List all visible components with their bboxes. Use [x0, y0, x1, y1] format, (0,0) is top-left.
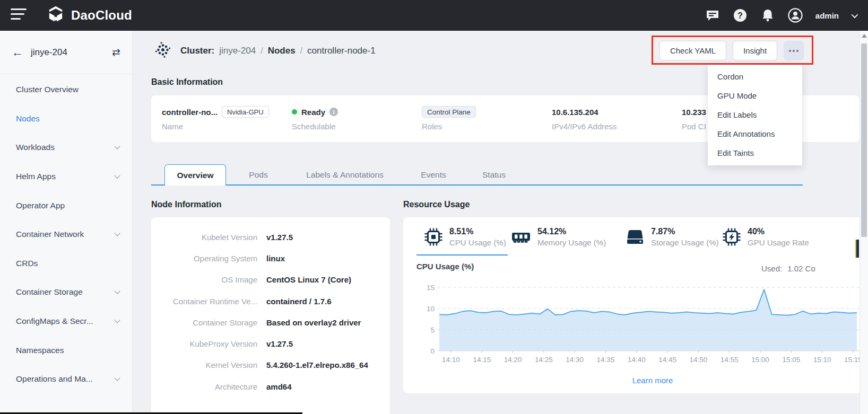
field-label: Name	[162, 122, 269, 131]
switch-cluster-icon[interactable]: ⇄	[112, 46, 120, 58]
metric-tab-storage[interactable]: 7.87% Storage Usage (%)	[625, 227, 719, 249]
svg-text:14:45: 14:45	[658, 356, 676, 364]
chevron-down-icon	[114, 288, 120, 294]
sidebar-item-operations[interactable]: Operations and Ma...	[0, 365, 132, 394]
svg-text:14:30: 14:30	[566, 356, 584, 364]
sidebar-item-configmaps-secrets[interactable]: ConfigMaps & Secr...	[0, 307, 132, 336]
check-yaml-button[interactable]: Check YAML	[659, 41, 726, 60]
field-label: Pod CI	[682, 122, 706, 131]
tab-pods[interactable]: Pods	[249, 164, 267, 186]
table-row: Architectureamd64	[151, 376, 390, 397]
sidebar-item-workloads[interactable]: Workloads	[0, 133, 132, 162]
sidebar-item-nodes[interactable]: Nodes	[0, 104, 132, 134]
svg-text:15: 15	[427, 284, 435, 292]
metric-tab-memory[interactable]: 54.12% Memory Usage (%)	[510, 227, 606, 249]
tab-events[interactable]: Events	[421, 164, 446, 186]
sidebar-item-operator-app[interactable]: Operator App	[0, 191, 132, 220]
control-plane-badge: Control Plane	[422, 106, 476, 118]
chat-icon[interactable]	[705, 8, 720, 23]
top-header-bar: DaoCloud ?	[0, 0, 868, 31]
breadcrumb: Cluster: jinye-204 / Nodes / controller-…	[155, 42, 376, 59]
sidebar-item-container-network[interactable]: Container Network	[0, 220, 132, 249]
used-cores-value: 1.02 Co	[787, 264, 815, 273]
table-row: KubeProxy Versionv1.27.5	[151, 333, 390, 354]
sidebar-item-namespaces[interactable]: Namespaces	[0, 336, 132, 365]
node-information-card: Kubelet Versionv1.27.5 Operating Systeml…	[151, 217, 390, 414]
node-name-value: controller-no...	[162, 108, 218, 117]
svg-text:?: ?	[737, 11, 743, 20]
notifications-bell-icon[interactable]	[760, 8, 775, 23]
sidebar-cluster-name: jinye-204	[31, 47, 112, 58]
active-metric-underline	[416, 254, 508, 256]
svg-text:14:25: 14:25	[535, 356, 553, 364]
breadcrumb-separator: /	[300, 46, 302, 56]
chevron-down-icon	[114, 231, 120, 236]
svg-text:14:20: 14:20	[504, 356, 522, 364]
field-pod-cidr: 10.233 Pod CI	[682, 105, 706, 131]
cpu-usage-area-chart: 05101514:1014:1514:2014:2514:3014:3514:4…	[416, 274, 860, 366]
svg-text:14:35: 14:35	[597, 356, 615, 364]
tab-labels-annotations[interactable]: Labels & Annotations	[306, 164, 384, 186]
breadcrumb-prefix: Cluster:	[180, 46, 214, 56]
back-arrow-icon[interactable]: ←	[12, 47, 23, 58]
app-screen: DaoCloud ?	[0, 0, 868, 414]
svg-text:5: 5	[430, 326, 435, 334]
menu-item-edit-annotations[interactable]: Edit Annotations	[708, 125, 802, 144]
username-label[interactable]: admin	[815, 11, 839, 20]
sidebar-item-cluster-overview[interactable]: Cluster Overview	[0, 75, 132, 104]
menu-item-edit-labels[interactable]: Edit Labels	[708, 105, 802, 125]
memory-icon	[510, 227, 532, 249]
tab-status[interactable]: Status	[482, 164, 506, 186]
tab-overview[interactable]: Overview	[164, 164, 226, 186]
info-icon[interactable]: i	[329, 108, 338, 116]
nvidia-gpu-badge: Nvidia-GPU	[222, 106, 269, 118]
table-row: Kernel Version5.4.260-1.el7.elrepo.x86_6…	[151, 355, 390, 376]
more-actions-button[interactable]	[784, 41, 804, 60]
chevron-down-icon	[114, 144, 120, 149]
help-icon[interactable]: ?	[733, 8, 748, 23]
user-menu-chevron-down-icon[interactable]	[852, 11, 858, 18]
learn-more-link[interactable]: Learn more	[615, 376, 690, 385]
field-roles: Control Plane Roles	[422, 105, 476, 131]
vertical-scrollbar[interactable]	[860, 31, 868, 414]
svg-text:14:50: 14:50	[690, 356, 708, 364]
daocloud-logo-icon	[46, 5, 66, 26]
table-row: Kubelet Versionv1.27.5	[151, 226, 390, 248]
sidebar-nav: Cluster Overview Nodes Workloads Helm Ap…	[0, 74, 132, 394]
resource-usage-title: Resource Usage	[403, 200, 470, 209]
svg-text:14:40: 14:40	[628, 356, 646, 364]
menu-hamburger-icon[interactable]	[11, 8, 27, 22]
topbar-actions: ? admin	[705, 0, 856, 31]
svg-text:14:15: 14:15	[473, 356, 491, 364]
sidebar-item-crds[interactable]: CRDs	[0, 249, 132, 278]
table-row: Container StorageBased on overlay2 drive…	[151, 312, 390, 333]
resource-usage-card: 8.51% CPU Usage (%) 54.12% Memory Usage …	[403, 217, 862, 393]
menu-item-edit-taints[interactable]: Edit Taints	[708, 144, 802, 163]
cpu-icon	[423, 227, 444, 249]
breadcrumb-nodes-link[interactable]: Nodes	[268, 46, 296, 56]
sidebar-item-helm-apps[interactable]: Helm Apps	[0, 162, 132, 191]
brand-logo[interactable]: DaoCloud	[46, 5, 132, 26]
menu-item-gpu-mode[interactable]: GPU Mode	[708, 86, 802, 105]
menu-item-cordon[interactable]: Cordon	[708, 67, 802, 86]
field-label: Roles	[422, 122, 476, 131]
metric-tab-gpu[interactable]: 40% GPU Usage Rate	[722, 227, 809, 249]
storage-icon	[625, 227, 645, 249]
insight-button[interactable]: Insight	[733, 41, 777, 60]
metric-tab-cpu[interactable]: 8.51% CPU Usage (%)	[423, 227, 506, 249]
table-row: OS ImageCentOS Linux 7 (Core)	[151, 269, 390, 290]
basic-information-title: Basic Information	[151, 77, 223, 87]
sidebar-cluster-header: ← jinye-204 ⇄	[0, 31, 132, 74]
scrollbar-up-arrow[interactable]	[862, 34, 867, 38]
svg-text:14:55: 14:55	[721, 356, 739, 364]
table-row: Operating Systemlinux	[151, 248, 390, 269]
user-avatar[interactable]	[788, 8, 803, 23]
chevron-down-icon	[114, 375, 120, 381]
table-row: Container Runtime Ve...containerd / 1.7.…	[151, 290, 390, 312]
scrollbar-thumb[interactable]	[861, 43, 867, 237]
breadcrumb-cluster-link[interactable]: jinye-204	[219, 46, 256, 56]
cluster-dots-icon	[155, 42, 171, 60]
sidebar-item-container-storage[interactable]: Container Storage	[0, 278, 132, 307]
sidebar: ← jinye-204 ⇄ Cluster Overview Nodes Wor…	[0, 31, 133, 414]
breadcrumb-current-node: controller-node-1	[307, 46, 376, 56]
